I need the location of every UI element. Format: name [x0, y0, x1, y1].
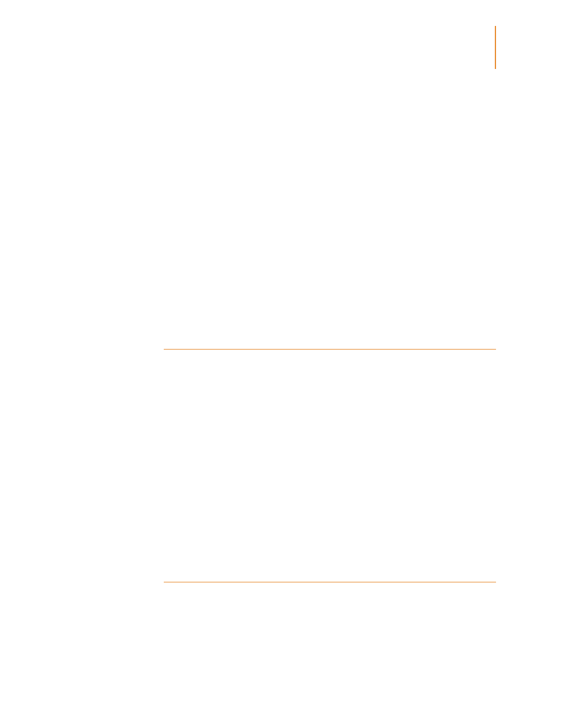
accent-vertical-bar [495, 26, 496, 69]
horizontal-rule [164, 582, 496, 582]
horizontal-rule [164, 349, 496, 350]
